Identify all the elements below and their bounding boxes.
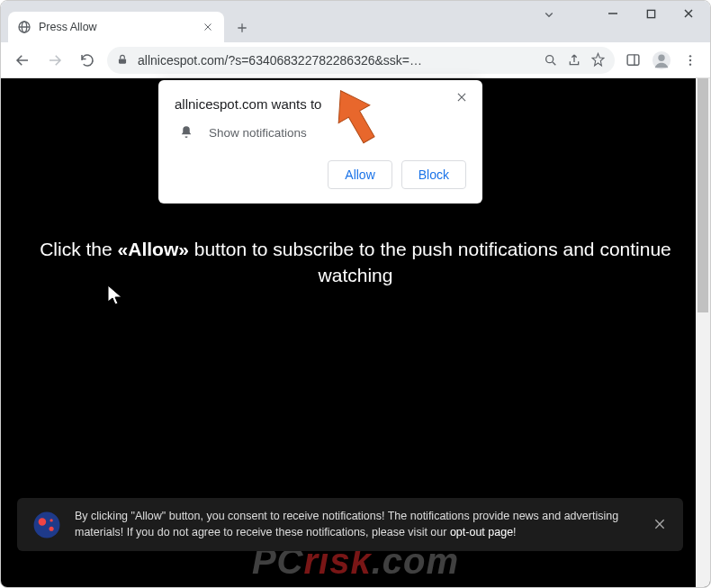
browser-tab[interactable]: Press Allow [8, 12, 224, 42]
svg-point-14 [689, 63, 691, 65]
search-icon[interactable] [543, 52, 559, 68]
svg-rect-8 [627, 55, 639, 65]
menu-dots-icon[interactable] [680, 50, 701, 71]
dialog-permission-label: Show notifications [209, 126, 307, 140]
banner-close-icon[interactable] [652, 517, 669, 533]
banner-line2-pre: materials! If you do not agree to receiv… [75, 526, 450, 538]
allow-button[interactable]: Allow [328, 160, 392, 189]
reload-button[interactable] [75, 48, 100, 73]
svg-point-16 [39, 518, 47, 526]
dialog-buttons: Allow Block [175, 160, 466, 189]
dialog-close-icon[interactable] [455, 91, 472, 107]
lock-icon [116, 53, 130, 68]
bookmark-star-icon[interactable] [590, 52, 606, 68]
consent-banner: By clicking "Allow" button, you consent … [17, 498, 683, 551]
address-bar[interactable]: allnicespot.com/?s=634068322782286326&ss… [107, 47, 615, 74]
close-window-button[interactable] [670, 1, 706, 26]
svg-point-6 [546, 55, 554, 62]
block-button[interactable]: Block [401, 160, 466, 189]
notification-permission-dialog: allnicespot.com wants to Show notificati… [158, 80, 482, 204]
banner-line2-post: ! [513, 526, 516, 538]
banner-line1: By clicking "Allow" button, you consent … [75, 510, 618, 522]
svg-point-15 [34, 511, 60, 538]
svg-point-17 [50, 519, 52, 521]
svg-point-11 [658, 54, 664, 60]
svg-point-12 [689, 55, 691, 57]
share-icon[interactable] [566, 52, 582, 68]
svg-line-7 [553, 62, 555, 65]
main-instruction-text: Click the «Allow» button to subscribe to… [28, 236, 683, 289]
window-controls [595, 1, 706, 26]
url-text: allnicespot.com/?s=634068322782286326&ss… [138, 53, 536, 68]
svg-point-13 [689, 59, 691, 60]
main-text-post: button to subscribe to the push notifica… [189, 239, 671, 285]
main-text-bold: «Allow» [118, 239, 189, 259]
side-panel-icon[interactable] [622, 50, 644, 71]
minimize-button[interactable] [595, 1, 631, 26]
banner-text: By clicking "Allow" button, you consent … [75, 509, 640, 540]
bell-icon [178, 124, 194, 140]
forward-button[interactable] [42, 48, 68, 73]
browser-toolbar: allnicespot.com/?s=634068322782286326&ss… [1, 42, 710, 78]
browser-titlebar: Press Allow [1, 1, 710, 42]
banner-status-icon [32, 510, 62, 540]
dialog-permission-row: Show notifications [175, 124, 466, 140]
svg-point-18 [50, 526, 54, 530]
globe-icon [17, 20, 32, 34]
svg-rect-4 [647, 10, 654, 17]
scrollbar-thumb[interactable] [698, 78, 708, 312]
tab-search-icon[interactable] [541, 6, 557, 23]
opt-out-link[interactable]: opt-out page [450, 526, 513, 538]
maximize-button[interactable] [633, 1, 669, 26]
main-text-pre: Click the [40, 239, 117, 259]
profile-avatar[interactable] [651, 50, 672, 71]
tab-title: Press Allow [39, 21, 194, 33]
new-tab-button[interactable] [230, 15, 255, 41]
scrollbar[interactable] [696, 78, 710, 587]
tab-close-icon[interactable] [201, 20, 215, 34]
dialog-host-text: allnicespot.com wants to [175, 96, 466, 112]
back-button[interactable] [10, 48, 35, 73]
svg-rect-5 [119, 59, 126, 63]
